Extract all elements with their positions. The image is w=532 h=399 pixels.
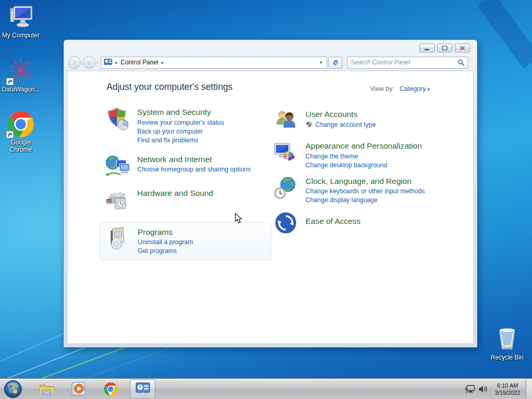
show-desktop-button[interactable]	[526, 379, 532, 399]
desktop-icon-recycle-bin[interactable]: Recycle Bin	[487, 326, 527, 362]
start-button[interactable]	[4, 380, 22, 398]
desktop-icon-label: DataWagon...	[1, 86, 41, 94]
clock-time: 6:10 AM	[491, 382, 524, 389]
taskbar-windows-explorer[interactable]	[33, 379, 60, 399]
category-clock-language-region: Clock, Language, and Region Change keybo…	[273, 176, 453, 206]
desktop-icon-label: My Computer	[1, 32, 41, 39]
explorer-folder-icon	[39, 382, 55, 396]
refresh-icon	[332, 59, 339, 66]
ease-of-access-icon[interactable]	[273, 210, 298, 235]
clock-globe-icon[interactable]	[273, 176, 298, 201]
software-box-icon[interactable]	[105, 227, 130, 251]
address-bar[interactable]: ▸ Control Panel ▸ ▼	[101, 57, 327, 69]
desktop-icon-google-chrome[interactable]: Google Chrome	[1, 110, 41, 154]
view-by-control: View by:Category▾	[370, 85, 430, 92]
control-panel-window: ‹ › ▾ ▸ Control Panel ▸ ▼	[63, 39, 477, 348]
category-title[interactable]: Hardware and Sound	[137, 189, 214, 198]
category-title[interactable]: Programs	[138, 228, 193, 237]
view-by-dropdown-icon[interactable]: ▾	[428, 87, 430, 92]
desktop: My Computer DataWagon...	[0, 0, 532, 399]
desktop-icon-my-computer[interactable]: My Computer	[1, 4, 41, 39]
category-link[interactable]: Change keyboards or other input methods	[305, 188, 425, 195]
page-title: Adjust your computer's settings	[107, 82, 233, 92]
address-dropdown-icon[interactable]: ▼	[318, 60, 324, 65]
category-link[interactable]: Uninstall a program	[138, 238, 193, 246]
search-input[interactable]	[351, 59, 458, 66]
my-computer-icon	[1, 4, 41, 31]
uac-shield-icon	[305, 121, 313, 128]
view-by-label: View by:	[370, 85, 394, 92]
forward-icon: ›	[88, 59, 90, 66]
network-tray-icon[interactable]	[465, 385, 475, 394]
media-player-icon	[71, 382, 85, 396]
printer-devices-icon[interactable]	[105, 188, 130, 212]
taskbar-clock[interactable]: 6:10 AM 3/19/2022	[491, 382, 524, 397]
search-icon[interactable]	[458, 59, 464, 66]
category-link[interactable]: Find and fix problems	[137, 137, 224, 144]
search-box	[347, 57, 468, 69]
chrome-icon	[1, 110, 41, 138]
chrome-icon	[103, 382, 118, 396]
category-title[interactable]: User Accounts	[305, 110, 376, 119]
security-shield-icon[interactable]	[105, 107, 130, 131]
category-link[interactable]: Review your computer's status	[137, 119, 224, 126]
shortcut-arrow-icon	[6, 131, 14, 138]
desktop-icon-datawagon[interactable]: DataWagon...	[1, 56, 41, 94]
user-accounts-icon[interactable]	[273, 109, 298, 134]
category-link[interactable]: Change the theme	[305, 153, 422, 160]
desktop-icon-label: Google Chrome	[1, 139, 41, 154]
category-link[interactable]: Get programs	[138, 247, 193, 255]
forward-button[interactable]: ›	[83, 56, 96, 69]
taskbar: 6:10 AM 3/19/2022	[0, 378, 532, 399]
taskbar-google-chrome[interactable]	[97, 379, 124, 399]
category-appearance-and-personalization: Appearance and Personalization Change th…	[273, 140, 453, 170]
category-network-and-internet: Network and Internet Choose homegroup an…	[105, 154, 276, 179]
control-panel-icon	[135, 381, 151, 397]
desktop-icon-label: Recycle Bin	[487, 354, 527, 362]
categories-right-column: User Accounts Change account type	[273, 109, 453, 235]
back-icon: ‹	[73, 59, 75, 66]
category-title[interactable]: Ease of Access	[305, 217, 361, 227]
breadcrumb-arrow-icon: ▸	[115, 60, 117, 65]
network-globe-icon[interactable]	[105, 154, 130, 179]
categories-left-column: System and Security Review your computer…	[105, 107, 276, 260]
category-title[interactable]: Network and Internet	[137, 155, 251, 165]
close-button[interactable]	[455, 44, 470, 52]
control-panel-small-icon	[104, 59, 112, 66]
maximize-button[interactable]	[437, 44, 453, 52]
category-hardware-and-sound: Hardware and Sound	[105, 188, 276, 212]
category-ease-of-access: Ease of Access	[273, 210, 453, 235]
navigation-bar: ‹ › ▾ ▸ Control Panel ▸ ▼	[68, 55, 472, 70]
recent-pages-dropdown[interactable]: ▾	[97, 60, 99, 65]
category-system-and-security: System and Security Review your computer…	[105, 107, 276, 145]
recycle-bin-icon	[487, 326, 527, 353]
minimize-button[interactable]	[419, 44, 435, 52]
caption-buttons	[419, 44, 470, 52]
back-button[interactable]: ‹	[68, 56, 81, 69]
breadcrumb-arrow-icon[interactable]: ▸	[162, 60, 164, 65]
category-user-accounts: User Accounts Change account type	[273, 109, 453, 134]
category-programs[interactable]: Programs Uninstall a program Get program…	[100, 222, 271, 261]
control-panel-content: Adjust your computer's settings View by:…	[67, 71, 474, 344]
category-link[interactable]: Change display language	[305, 196, 425, 204]
refresh-button[interactable]	[328, 57, 342, 69]
breadcrumb-control-panel[interactable]: Control Panel	[121, 59, 158, 66]
taskbar-windows-media-player[interactable]	[64, 379, 91, 399]
category-title[interactable]: Appearance and Personalization	[305, 141, 422, 151]
category-title[interactable]: System and Security	[137, 108, 224, 117]
taskbar-control-panel-active[interactable]	[130, 379, 155, 399]
system-tray: 6:10 AM 3/19/2022	[465, 379, 524, 399]
category-link[interactable]: Choose homegroup and sharing options	[137, 166, 251, 173]
personalization-icon[interactable]	[273, 140, 298, 165]
category-link[interactable]: Back up your computer	[137, 128, 224, 135]
category-link-change-account-type[interactable]: Change account type	[305, 121, 376, 128]
volume-tray-icon[interactable]	[478, 385, 488, 393]
view-by-value[interactable]: Category	[400, 85, 426, 92]
clock-date: 3/19/2022	[491, 389, 524, 396]
datawagon-icon	[1, 56, 41, 85]
windows-start-icon	[4, 380, 22, 398]
category-title[interactable]: Clock, Language, and Region	[305, 177, 425, 187]
category-link[interactable]: Change desktop background	[305, 162, 422, 169]
shortcut-arrow-icon	[6, 78, 14, 85]
